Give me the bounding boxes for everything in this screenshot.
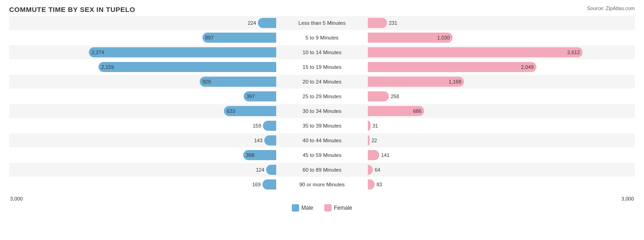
left-area: 929 <box>9 75 276 89</box>
male-bar: 398 <box>243 150 276 160</box>
bar-row: 397 25 to 29 Minutes 258 <box>9 89 635 103</box>
male-value: 124 <box>256 167 264 173</box>
male-value: 169 <box>252 182 261 187</box>
row-label: 60 to 89 Minutes <box>276 167 368 173</box>
left-area: 169 <box>9 178 276 191</box>
male-bar: 2,159 <box>98 62 276 72</box>
female-value: 258 <box>391 94 399 99</box>
male-bar <box>266 165 276 175</box>
chart-container: COMMUTE TIME BY SEX IN TUPELO Source: Zi… <box>0 0 644 240</box>
male-bar: 929 <box>200 77 276 87</box>
bar-row: 2,274 10 to 14 Minutes 2,612 <box>9 45 635 59</box>
right-area: 258 <box>368 89 635 103</box>
female-value: 64 <box>375 167 380 173</box>
row-label: 20 to 24 Minutes <box>276 79 368 84</box>
female-bar: 1,168 <box>368 77 464 87</box>
bars-area: 224 Less than 5 Minutes 231 897 5 to 9 M… <box>9 16 635 195</box>
male-value: 897 <box>205 35 213 40</box>
female-value: 2,049 <box>521 64 534 70</box>
female-bar <box>368 150 379 160</box>
left-area: 2,274 <box>9 45 276 59</box>
bar-row: 2,159 15 to 19 Minutes 2,049 <box>9 60 635 74</box>
source-label: Source: ZipAtlas.com <box>587 6 635 11</box>
male-bar: 2,274 <box>89 47 276 57</box>
left-area: 159 <box>9 119 276 133</box>
bar-row: 398 45 to 59 Minutes 141 <box>9 148 635 162</box>
axis-labels: 3,000 3,000 <box>9 196 635 201</box>
right-area: 2,049 <box>368 60 635 74</box>
bar-row: 897 5 to 9 Minutes 1,030 <box>9 31 635 45</box>
male-value: 929 <box>202 79 211 84</box>
left-area: 143 <box>9 134 276 147</box>
chart-title: COMMUTE TIME BY SEX IN TUPELO <box>9 6 635 13</box>
female-bar: 2,612 <box>368 47 583 57</box>
left-area: 124 <box>9 163 276 177</box>
bar-row: 224 Less than 5 Minutes 231 <box>9 16 635 30</box>
male-value: 398 <box>246 152 254 158</box>
right-area: 1,168 <box>368 75 635 89</box>
row-label: 15 to 19 Minutes <box>276 64 368 70</box>
right-area: 64 <box>368 163 635 177</box>
female-value: 1,030 <box>437 35 450 40</box>
female-value: 2,612 <box>567 50 580 55</box>
male-value: 143 <box>254 138 262 143</box>
female-value: 141 <box>381 152 389 158</box>
female-value: 1,168 <box>448 79 461 84</box>
male-value: 2,159 <box>101 64 114 70</box>
female-value: 231 <box>389 20 397 26</box>
male-value: 224 <box>248 20 256 26</box>
right-area: 22 <box>368 134 635 147</box>
female-value: 83 <box>377 182 382 187</box>
row-label: 10 to 14 Minutes <box>276 50 368 55</box>
left-area: 2,159 <box>9 60 276 74</box>
bar-row: 169 90 or more Minutes 83 <box>9 178 635 191</box>
male-value: 397 <box>246 94 255 99</box>
female-bar <box>368 135 370 145</box>
bar-row: 143 40 to 44 Minutes 22 <box>9 134 635 147</box>
left-area: 897 <box>9 31 276 45</box>
bar-row: 929 20 to 24 Minutes 1,168 <box>9 75 635 89</box>
male-bar <box>264 135 276 145</box>
female-value: 31 <box>372 123 378 128</box>
female-bar: 686 <box>368 106 424 116</box>
female-bar <box>368 18 387 28</box>
axis-left-label: 3,000 <box>10 196 23 201</box>
legend-male: Male <box>292 204 313 212</box>
row-label: 40 to 44 Minutes <box>276 138 368 143</box>
bar-row: 633 30 to 34 Minutes 686 <box>9 104 635 118</box>
row-label: 45 to 59 Minutes <box>276 152 368 158</box>
legend-male-label: Male <box>301 205 313 211</box>
female-value: 22 <box>371 138 377 143</box>
row-label: 90 or more Minutes <box>276 182 368 187</box>
male-value: 159 <box>253 123 261 128</box>
legend-male-box <box>292 204 299 212</box>
female-bar <box>368 179 375 190</box>
row-label: 35 to 39 Minutes <box>276 123 368 128</box>
right-area: 31 <box>368 119 635 133</box>
legend: Male Female <box>9 204 635 212</box>
left-area: 224 <box>9 16 276 30</box>
right-area: 2,612 <box>368 45 635 59</box>
right-area: 1,030 <box>368 31 635 45</box>
female-value: 686 <box>413 108 421 114</box>
male-bar <box>263 121 276 131</box>
male-bar <box>258 18 276 28</box>
legend-female-label: Female <box>334 205 352 211</box>
left-area: 633 <box>9 104 276 118</box>
male-value: 2,274 <box>92 50 104 55</box>
row-label: Less than 5 Minutes <box>276 20 368 26</box>
left-area: 398 <box>9 148 276 162</box>
female-bar: 2,049 <box>368 62 536 72</box>
row-label: 30 to 34 Minutes <box>276 108 368 114</box>
female-bar <box>368 91 389 101</box>
female-bar <box>368 121 371 131</box>
legend-female: Female <box>324 204 352 212</box>
bar-row: 124 60 to 89 Minutes 64 <box>9 163 635 177</box>
female-bar <box>368 165 373 175</box>
bar-row: 159 35 to 39 Minutes 31 <box>9 119 635 133</box>
female-bar: 1,030 <box>368 33 453 43</box>
right-area: 686 <box>368 104 635 118</box>
row-label: 25 to 29 Minutes <box>276 94 368 99</box>
left-area: 397 <box>9 89 276 103</box>
axis-right-label: 3,000 <box>621 196 634 201</box>
